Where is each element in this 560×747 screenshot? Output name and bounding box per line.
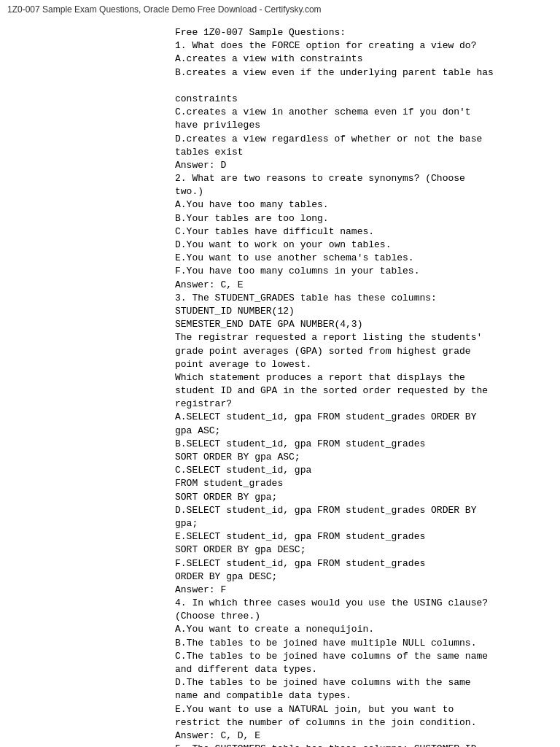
main-content: Free 1Z0-007 Sample Questions: 1. What d… — [0, 19, 560, 747]
page-title: 1Z0-007 Sample Exam Questions, Oracle De… — [0, 0, 560, 19]
exam-content: Free 1Z0-007 Sample Questions: 1. What d… — [175, 26, 553, 747]
